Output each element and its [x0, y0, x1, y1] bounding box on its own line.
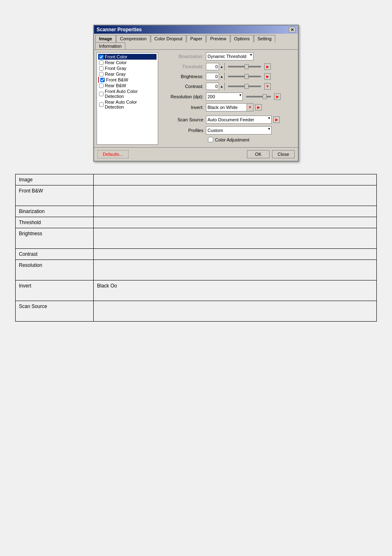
- brightness-arrow-btn[interactable]: ▶: [264, 73, 271, 80]
- scanner-properties-dialog: Scanner Properties ✕ Image Compression C…: [93, 25, 299, 162]
- table-cell-label: Image: [16, 174, 94, 185]
- color-adjustment-row: Color Adjustment: [208, 137, 295, 142]
- dialog-body: Front Color Rear Color Front Gray Rear G…: [94, 50, 298, 147]
- binarization-row: Binarization: Dynamic Threshold Fixed Pr…: [161, 52, 295, 60]
- table-row: Resolution: [16, 260, 377, 280]
- tab-options[interactable]: Options: [231, 35, 254, 42]
- rear-auto-checkbox[interactable]: [99, 102, 104, 107]
- image-type-rear-color[interactable]: Rear Color: [98, 60, 157, 65]
- resolution-slider[interactable]: [246, 96, 271, 97]
- front-auto-checkbox[interactable]: [99, 92, 104, 96]
- table-row: Threshold: [16, 217, 377, 228]
- resolution-arrow-btn[interactable]: ▶: [274, 93, 281, 100]
- table-container: Image Front B&W Binarization Threshold B…: [8, 174, 384, 322]
- tab-image[interactable]: Image: [95, 35, 116, 42]
- image-type-rear-auto[interactable]: Rear Auto Color Detection: [98, 99, 157, 110]
- footer-right: OK Close: [247, 150, 295, 158]
- invert-label: Invert:: [161, 105, 206, 110]
- table-cell-label: Front B&W: [16, 185, 94, 206]
- brightness-spinner: ▲: [206, 73, 225, 80]
- brightness-slider[interactable]: [228, 76, 261, 77]
- threshold-arrow-btn[interactable]: ▶: [264, 63, 271, 70]
- table-cell-value: [94, 260, 377, 280]
- resolution-thumb[interactable]: [263, 94, 267, 99]
- threshold-thumb[interactable]: [244, 64, 249, 69]
- page-wrapper: Scanner Properties ✕ Image Compression C…: [0, 0, 392, 556]
- brightness-label: Brightness:: [161, 74, 206, 79]
- profiles-select-wrapper[interactable]: Custom: [206, 126, 272, 134]
- table-row: Front B&W: [16, 185, 377, 206]
- color-adjustment-checkbox[interactable]: [208, 137, 213, 142]
- contrast-input[interactable]: [206, 83, 219, 90]
- tab-paper[interactable]: Paper: [187, 35, 206, 42]
- front-color-checkbox[interactable]: [99, 55, 104, 59]
- threshold-up-btn[interactable]: ▲: [219, 63, 224, 70]
- table-cell-label: Binarization: [16, 206, 94, 217]
- close-button[interactable]: ✕: [289, 27, 295, 32]
- table-cell-label: Resolution: [16, 260, 94, 280]
- scan-source-select[interactable]: Auto Document Feeder Flatbed: [206, 116, 272, 124]
- tab-information[interactable]: Information: [95, 42, 125, 49]
- brightness-up-btn[interactable]: ▲: [219, 73, 224, 80]
- scan-source-select-wrapper[interactable]: Auto Document Feeder Flatbed: [206, 116, 272, 124]
- tab-compression[interactable]: Compression: [116, 35, 150, 42]
- binarization-control: Dynamic Threshold Fixed Processing Halft…: [206, 52, 295, 60]
- dialog-tabs: Image Compression Color Dropout Paper Pr…: [94, 34, 298, 50]
- front-bw-checkbox[interactable]: [100, 78, 105, 82]
- tab-setting[interactable]: Setting: [254, 35, 275, 42]
- front-gray-checkbox[interactable]: [99, 66, 104, 71]
- brightness-input[interactable]: [206, 73, 219, 80]
- invert-arrow-btn[interactable]: ▶: [255, 104, 262, 111]
- invert-dropdown-btn[interactable]: ▼: [247, 103, 254, 111]
- image-type-rear-gray[interactable]: Rear Gray: [98, 71, 157, 77]
- resolution-select[interactable]: 200 300 400 600: [206, 93, 243, 101]
- image-type-front-bw[interactable]: Front B&W: [98, 77, 157, 83]
- contrast-label: Contrast:: [161, 84, 206, 89]
- dialog-area: Scanner Properties ✕ Image Compression C…: [8, 8, 384, 170]
- table-row: Scan Source: [16, 301, 377, 322]
- contrast-row: Contrast: ▲ ▼: [161, 83, 295, 90]
- scan-source-arrow-btn[interactable]: ▶: [273, 116, 280, 123]
- contrast-up-btn[interactable]: ▲: [219, 83, 224, 90]
- ok-button[interactable]: OK: [247, 150, 270, 158]
- binarization-label: Binarization:: [161, 54, 206, 59]
- table-cell-value: [94, 185, 377, 206]
- image-type-front-color[interactable]: Front Color: [98, 54, 157, 60]
- settings-panel: Binarization: Dynamic Threshold Fixed Pr…: [161, 52, 295, 145]
- tab-preview[interactable]: Preview: [206, 35, 230, 42]
- binarization-select[interactable]: Dynamic Threshold Fixed Processing Halft…: [206, 52, 254, 60]
- rear-color-checkbox[interactable]: [99, 60, 104, 65]
- brightness-thumb[interactable]: [244, 74, 249, 79]
- close-button-footer[interactable]: Close: [272, 150, 295, 158]
- image-type-front-auto[interactable]: Front Auto Color Detection: [98, 88, 157, 99]
- contrast-thumb[interactable]: [244, 84, 249, 89]
- tab-color-dropout[interactable]: Color Dropout: [151, 35, 186, 42]
- image-type-rear-bw[interactable]: Rear B&W: [98, 83, 157, 88]
- invert-select[interactable]: Black on White White on Black: [206, 103, 247, 111]
- threshold-input[interactable]: [206, 63, 219, 70]
- threshold-slider[interactable]: [228, 66, 261, 67]
- color-adjustment-label: Color Adjustment: [215, 137, 249, 142]
- dialog-titlebar: Scanner Properties ✕: [94, 25, 298, 34]
- contrast-slider[interactable]: [228, 86, 261, 87]
- defaults-button[interactable]: Defaults...: [97, 150, 129, 158]
- info-table: Image Front B&W Binarization Threshold B…: [15, 174, 377, 322]
- table-row: Binarization: [16, 206, 377, 217]
- table-cell-value: [94, 301, 377, 322]
- resolution-control: 200 300 400 600 ▶: [206, 93, 295, 101]
- resolution-row: Resolution (dpi): 200 300 400 600: [161, 93, 295, 101]
- binarization-select-wrapper[interactable]: Dynamic Threshold Fixed Processing Halft…: [206, 52, 254, 60]
- table-cell-value: [94, 206, 377, 217]
- profiles-select[interactable]: Custom: [206, 126, 272, 134]
- image-type-front-gray[interactable]: Front Gray: [98, 65, 157, 71]
- invert-row: Invert: Black on White White on Black ▼: [161, 103, 295, 111]
- brightness-row: Brightness: ▲ ▶: [161, 73, 295, 80]
- table-cell-value: [94, 174, 377, 185]
- contrast-arrow-btn[interactable]: ▼: [264, 83, 271, 90]
- rear-gray-checkbox[interactable]: [99, 72, 104, 76]
- rear-bw-checkbox[interactable]: [99, 83, 104, 88]
- contrast-spinner: ▲: [206, 83, 225, 90]
- invert-select-wrapper[interactable]: Black on White White on Black ▼: [206, 103, 254, 111]
- table-cell-label: Scan Source: [16, 301, 94, 322]
- resolution-select-wrapper[interactable]: 200 300 400 600: [206, 93, 243, 101]
